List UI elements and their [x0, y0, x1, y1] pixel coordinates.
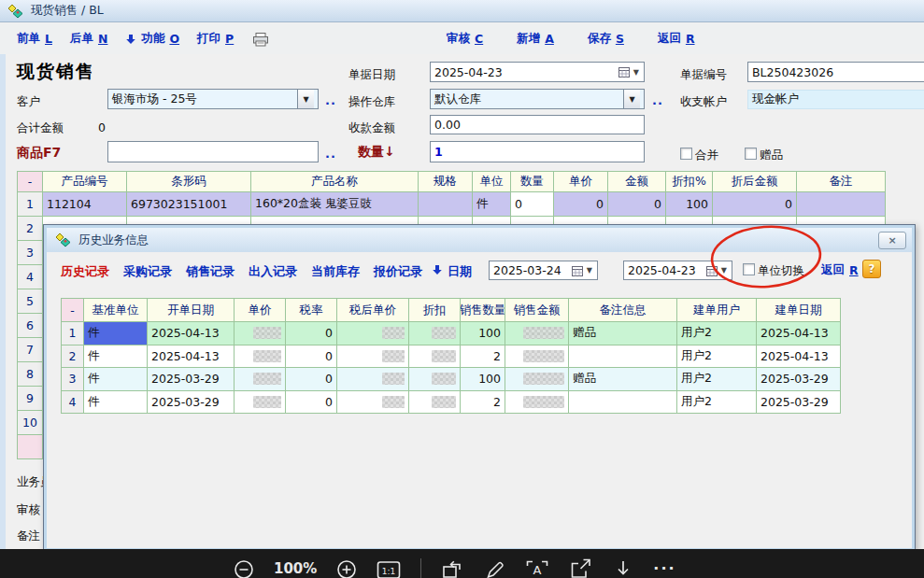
cell[interactable]: 2025-03-29: [148, 368, 235, 391]
prev-doc-button[interactable]: 前单L: [17, 31, 52, 47]
row-number[interactable]: 4: [62, 391, 84, 415]
row-number[interactable]: 2: [62, 345, 84, 369]
cell[interactable]: [337, 322, 409, 345]
dropdown-button[interactable]: ▼: [297, 90, 314, 108]
dropdown-button[interactable]: ▼: [623, 90, 640, 108]
cell[interactable]: 0: [286, 391, 337, 415]
more-options-button[interactable]: ···: [653, 559, 675, 577]
edit-pencil-button[interactable]: [484, 558, 505, 578]
cell[interactable]: 6973023151001: [127, 192, 251, 217]
product-browse-button[interactable]: ..: [325, 147, 336, 161]
cell[interactable]: [569, 391, 677, 415]
zoom-out-button[interactable]: [234, 558, 254, 578]
cell[interactable]: [337, 391, 409, 415]
unit-switch-checkbox[interactable]: [743, 263, 755, 275]
tab-purchase[interactable]: 采购记录: [123, 263, 172, 280]
row-number[interactable]: 8: [18, 362, 43, 387]
cell[interactable]: 用户2: [677, 391, 757, 415]
print-button[interactable]: 打印P: [197, 31, 234, 47]
cell[interactable]: 件: [84, 345, 148, 369]
cell[interactable]: 用户2: [677, 322, 757, 345]
gift-checkbox[interactable]: [745, 148, 757, 160]
functions-button[interactable]: 功能O: [125, 31, 179, 47]
cell[interactable]: 0: [286, 322, 337, 345]
cell[interactable]: [409, 368, 461, 391]
cell[interactable]: 160*20盒装 鬼婆豆豉: [251, 192, 419, 217]
help-button[interactable]: ?: [862, 260, 881, 278]
cell[interactable]: [569, 345, 677, 369]
customer-combo[interactable]: 银海市场 - 25号 ▼: [107, 89, 319, 109]
cell[interactable]: [505, 322, 569, 345]
dialog-return-button[interactable]: 返回R: [821, 262, 859, 278]
cell[interactable]: [505, 345, 569, 369]
cell[interactable]: 112104: [43, 192, 127, 217]
cell[interactable]: [409, 391, 461, 415]
share-button[interactable]: [569, 558, 593, 578]
cell[interactable]: [235, 322, 286, 345]
product-input[interactable]: [107, 141, 319, 162]
row-number[interactable]: 1: [18, 192, 43, 217]
cell[interactable]: 赠品: [569, 322, 677, 345]
calendar-dropdown-button[interactable]: ▼: [706, 265, 728, 276]
save-button[interactable]: 保存S: [588, 31, 624, 47]
received-input[interactable]: 0.00: [430, 115, 645, 134]
row-number[interactable]: 9: [18, 387, 43, 411]
cell[interactable]: 2: [461, 391, 505, 415]
zoom-in-button[interactable]: [336, 558, 357, 578]
cell-editing[interactable]: 0: [511, 192, 554, 217]
cell[interactable]: 赠品: [569, 368, 677, 391]
customer-browse-button[interactable]: ..: [325, 93, 336, 107]
cell[interactable]: [235, 345, 286, 369]
audit-button[interactable]: 审核C: [447, 31, 483, 47]
cell[interactable]: [409, 322, 461, 345]
warehouse-browse-button[interactable]: ..: [652, 93, 663, 107]
cell-selected[interactable]: 件: [84, 322, 148, 345]
tab-quotes[interactable]: 报价记录: [374, 263, 422, 280]
tab-in-out[interactable]: 出入记录: [249, 263, 297, 280]
cell[interactable]: [235, 368, 286, 391]
cell[interactable]: [337, 345, 409, 369]
warehouse-combo[interactable]: 默认仓库 ▼: [430, 89, 645, 109]
row-number[interactable]: 3: [18, 241, 43, 265]
cell[interactable]: 0: [713, 192, 797, 217]
tab-stock[interactable]: 当前库存: [311, 263, 360, 280]
calendar-dropdown-button[interactable]: ▼: [572, 265, 593, 276]
row-number[interactable]: 10: [18, 411, 43, 435]
printer-icon[interactable]: [251, 32, 270, 47]
cell[interactable]: [505, 368, 569, 391]
cell[interactable]: 2025-04-13: [757, 345, 841, 369]
doc-no-input[interactable]: BL250423026: [747, 62, 924, 82]
date-to-input[interactable]: 2025-04-23 ▼: [623, 261, 732, 280]
rotate-button[interactable]: [441, 558, 464, 578]
cell[interactable]: 2: [461, 345, 505, 369]
row-number[interactable]: 3: [62, 368, 84, 391]
cell[interactable]: [419, 192, 473, 217]
cell[interactable]: 0: [608, 192, 666, 217]
back-button[interactable]: 返回R: [658, 31, 695, 47]
cell[interactable]: 用户2: [677, 368, 757, 391]
row-number[interactable]: 5: [18, 289, 43, 314]
cell[interactable]: 100: [461, 322, 505, 345]
save-download-button[interactable]: [613, 558, 633, 578]
next-doc-button[interactable]: 后单N: [70, 31, 107, 47]
zoom-level[interactable]: 100%: [274, 560, 317, 577]
cell[interactable]: [235, 391, 286, 415]
row-number[interactable]: 4: [18, 265, 43, 289]
cell[interactable]: 0: [554, 192, 608, 217]
cell[interactable]: 0: [286, 368, 337, 391]
cell[interactable]: 2025-04-13: [757, 322, 841, 345]
cell[interactable]: 用户2: [677, 345, 757, 369]
cell[interactable]: [409, 345, 461, 369]
cell[interactable]: [797, 192, 886, 217]
text-extract-button[interactable]: A: [525, 558, 549, 578]
actual-size-button[interactable]: 1:1: [377, 558, 401, 578]
row-number[interactable]: 6: [18, 314, 43, 338]
cell[interactable]: [505, 391, 569, 415]
cell[interactable]: 2025-03-29: [148, 391, 235, 415]
cell[interactable]: 2025-03-29: [757, 368, 841, 391]
cell[interactable]: [337, 368, 409, 391]
tab-sales[interactable]: 销售记录: [186, 263, 235, 280]
row-number[interactable]: 1: [62, 322, 84, 345]
cell[interactable]: 0: [286, 345, 337, 369]
account-field[interactable]: 现金帐户: [747, 90, 924, 109]
